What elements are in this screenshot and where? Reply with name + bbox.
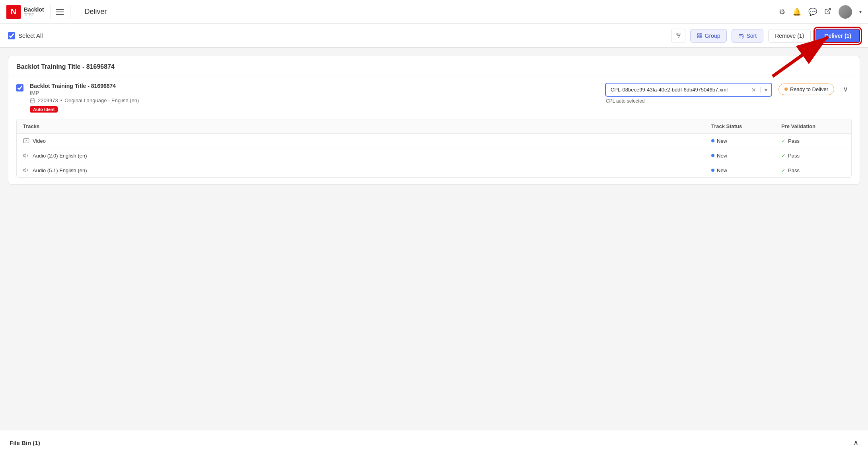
svg-line-0 [827,8,831,12]
check-icon-video: ✓ [781,138,786,144]
select-all-checkbox[interactable] [8,32,15,39]
external-link-icon[interactable] [824,8,831,16]
cpl-input[interactable] [606,84,747,96]
track-row-audio-20: Audio (2.0) English (en) New ✓ Pass [17,148,851,163]
track-validation-audio-20: ✓ Pass [781,153,845,159]
tracks-col-header-tracks: Tracks [23,123,705,129]
track-status-audio-51: New [711,167,775,173]
track-status-dot-20 [711,154,714,157]
hamburger-menu[interactable] [56,9,64,15]
app-name-container: Backlot TEST [24,6,44,17]
group-label: Group [705,33,720,39]
remove-button[interactable]: Remove (1) [768,29,811,43]
track-name-audio-20: Audio (2.0) English (en) [23,152,705,159]
track-status-audio-20: New [711,153,775,159]
app-name: Backlot [24,6,44,13]
expand-button[interactable]: ∨ [839,83,852,95]
avatar[interactable] [839,5,852,19]
chat-icon[interactable]: 💬 [808,8,817,16]
deliver-button[interactable]: Deliver (1) [815,29,860,43]
select-all-container: Select All [8,32,43,39]
header-actions: ⚙ 🔔 💬 ▾ [779,5,862,19]
track-status-video: New [711,138,775,144]
card-body: Backlot Training Title - 81696874 IMP 22… [8,76,860,184]
status-dot [784,88,788,91]
track-validation-video: ✓ Pass [781,138,845,144]
item-checkbox[interactable] [16,84,23,91]
cpl-select-row: ✕ ▾ [605,83,772,97]
track-status-dot [711,139,714,142]
item-id: 2209973 [38,97,58,103]
sort-label: Sort [746,33,757,39]
page-title: Deliver [85,8,107,16]
svg-marker-23 [23,168,26,172]
cpl-auto-label: CPL auto selected [605,98,645,104]
calendar-icon [30,98,35,103]
item-checkbox-container [16,84,23,93]
tracks-table: Tracks Track Status Pre Validation Video [16,119,852,178]
tracks-col-header-status: Track Status [711,123,775,129]
svg-marker-21 [26,140,27,142]
item-title: Backlot Training Title - 81696874 [30,83,599,89]
item-language: Original Language - English (en) [64,97,139,103]
svg-rect-9 [700,36,702,38]
card-title: Backlot Training Title - 81696874 [8,56,860,76]
item-meta: 2209973 • Original Language - English (e… [30,97,599,103]
cpl-input-container: ✕ ▾ [605,83,772,97]
tracks-header: Tracks Track Status Pre Validation [17,119,851,134]
track-row-video: Video New ✓ Pass [17,134,851,148]
status-badge: Ready to Deliver [778,84,834,95]
app-env: TEST [24,13,44,17]
item-type: IMP [30,90,599,96]
audio-track-icon-51 [23,167,29,173]
main-content: Backlot Training Title - 81696874 Backlo… [0,48,868,223]
auto-ident-badge: Auto Ident [30,106,58,113]
app-header: N Backlot TEST Deliver ⚙ 🔔 💬 ▾ [0,0,868,24]
svg-rect-6 [697,33,699,35]
status-area: Ready to Deliver ∨ [778,83,852,95]
avatar-chevron-icon[interactable]: ▾ [859,9,862,15]
item-info: Backlot Training Title - 81696874 IMP 22… [30,83,599,113]
audio-track-icon-20 [23,152,29,159]
svg-point-5 [679,35,680,36]
track-name-audio-51: Audio (5.1) English (en) [23,167,705,173]
settings-icon[interactable]: ⚙ [779,8,785,16]
sort-button[interactable]: Sort [732,29,763,43]
logo-container: N Backlot TEST [6,5,51,19]
track-validation-audio-51: ✓ Pass [781,167,845,173]
svg-rect-16 [31,99,35,103]
svg-rect-7 [700,33,702,35]
cpl-chevron-icon[interactable]: ▾ [760,87,771,93]
svg-marker-22 [23,154,26,157]
track-status-dot-51 [711,169,714,172]
filter-button[interactable] [671,29,685,43]
check-icon-audio-20: ✓ [781,153,786,159]
track-name-video: Video [23,138,705,144]
status-label: Ready to Deliver [790,86,828,92]
cpl-clear-icon[interactable]: ✕ [747,87,760,93]
video-track-icon [23,138,29,144]
svg-point-4 [676,33,677,35]
tracks-col-header-validation: Pre Validation [781,123,845,129]
netflix-logo: N [6,5,21,19]
item-row: Backlot Training Title - 81696874 IMP 22… [16,83,852,113]
remove-label: Remove (1) [775,33,804,39]
group-button[interactable]: Group [690,29,727,43]
toolbar: Select All Group Sort Remove (1) D [0,24,868,48]
content-card: Backlot Training Title - 81696874 Backlo… [8,56,860,185]
cpl-area: ✕ ▾ CPL auto selected [605,83,772,104]
deliver-label: Deliver (1) [824,33,851,39]
notifications-icon[interactable]: 🔔 [792,8,801,16]
select-all-label[interactable]: Select All [18,32,43,39]
svg-rect-8 [697,36,699,38]
check-icon-audio-51: ✓ [781,167,786,173]
track-row-audio-51: Audio (5.1) English (en) New ✓ Pass [17,163,851,177]
divider [70,5,70,19]
